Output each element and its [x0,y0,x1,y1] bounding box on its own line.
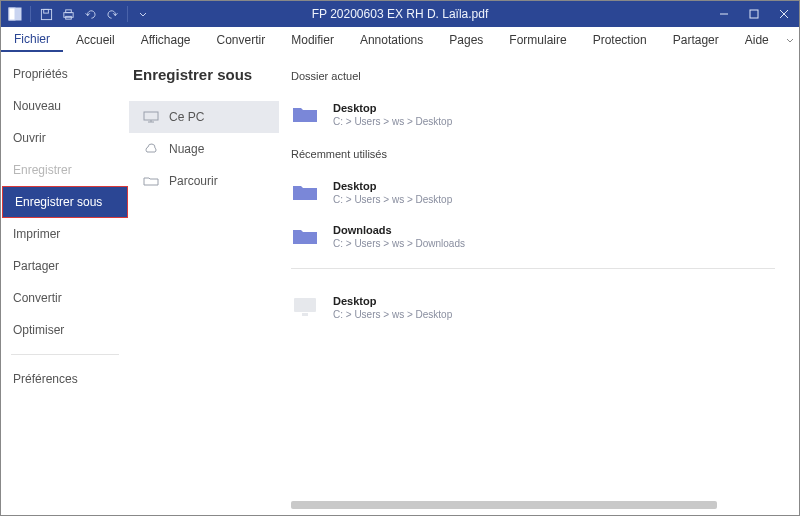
sidebar-item-proprietes[interactable]: Propriétés [1,58,129,90]
menubar: Fichier Accueil Affichage Convertir Modi… [1,27,799,52]
tab-label: Fichier [14,32,50,46]
folder-recent-desktop[interactable]: Desktop C: > Users > ws > Desktop [291,170,775,214]
undo-icon[interactable] [80,4,100,24]
sidebar-item-preferences[interactable]: Préférences [1,363,129,395]
svg-rect-14 [294,298,316,312]
qat-separator [30,6,31,22]
sidebar-item-label: Nouveau [13,99,61,113]
recent-folders-label: Récemment utilisés [291,148,775,160]
folder-other-desktop[interactable]: Desktop C: > Users > ws > Desktop [291,285,775,329]
tab-accueil[interactable]: Accueil [63,27,128,52]
folder-path: C: > Users > ws > Desktop [333,194,452,205]
monitor-icon [143,111,159,123]
folder-recent-downloads[interactable]: Downloads C: > Users > ws > Downloads [291,214,775,258]
tab-label: Protection [593,33,647,47]
qat-separator [127,6,128,22]
tab-annotations[interactable]: Annotations [347,27,436,52]
close-button[interactable] [769,1,799,27]
folder-name: Desktop [333,180,452,192]
folder-current-desktop[interactable]: Desktop C: > Users > ws > Desktop [291,92,775,136]
tab-label: Pages [449,33,483,47]
folder-text: Desktop C: > Users > ws > Desktop [333,295,452,320]
tab-aide[interactable]: Aide [732,27,782,52]
location-parcourir[interactable]: Parcourir [129,165,279,197]
folder-icon [291,225,319,247]
folder-outline-icon [143,175,159,187]
svg-rect-11 [144,112,158,120]
main-area: Propriétés Nouveau Ouvrir Enregistrer En… [1,52,799,515]
tab-modifier[interactable]: Modifier [278,27,347,52]
sidebar-item-label: Préférences [13,372,78,386]
tab-formulaire[interactable]: Formulaire [496,27,579,52]
print-icon[interactable] [58,4,78,24]
tab-partager[interactable]: Partager [660,27,732,52]
svg-rect-5 [65,9,71,12]
folder-icon [291,103,319,125]
folder-text: Downloads C: > Users > ws > Downloads [333,224,465,249]
folder-icon [291,181,319,203]
svg-rect-3 [43,9,48,13]
tab-label: Accueil [76,33,115,47]
folder-path: C: > Users > ws > Downloads [333,238,465,249]
tab-fichier[interactable]: Fichier [1,27,63,52]
tab-label: Convertir [217,33,266,47]
tab-affichage[interactable]: Affichage [128,27,204,52]
redo-icon[interactable] [102,4,122,24]
folder-path: C: > Users > ws > Desktop [333,116,452,127]
tab-label: Partager [673,33,719,47]
titlebar: FP 20200603 EX RH D. Laïla.pdf [1,1,799,27]
ribbon-collapse-icon[interactable] [782,34,799,46]
tab-label: Affichage [141,33,191,47]
cloud-icon [143,143,159,155]
sidebar-item-nouveau[interactable]: Nouveau [1,90,129,122]
sidebar-divider [11,354,119,355]
sidebar-item-enregistrer-sous[interactable]: Enregistrer sous [2,186,128,218]
location-label: Nuage [169,142,204,156]
sidebar-item-label: Enregistrer sous [15,195,102,209]
sidebar-item-label: Imprimer [13,227,60,241]
divider [291,268,775,269]
folder-text: Desktop C: > Users > ws > Desktop [333,102,452,127]
sidebar-item-label: Convertir [13,291,62,305]
window-controls [709,1,799,27]
folders-column: Dossier actuel Desktop C: > Users > ws >… [279,52,799,515]
folder-name: Desktop [333,295,452,307]
save-icon[interactable] [36,4,56,24]
scrollbar-thumb[interactable] [291,501,717,509]
sidebar-item-label: Ouvrir [13,131,46,145]
tab-pages[interactable]: Pages [436,27,496,52]
location-label: Ce PC [169,110,204,124]
sidebar-item-convertir[interactable]: Convertir [1,282,129,314]
tab-convertir[interactable]: Convertir [204,27,279,52]
sidebar-item-partager[interactable]: Partager [1,250,129,282]
folder-name: Desktop [333,102,452,114]
sidebar-item-label: Propriétés [13,67,68,81]
file-menu-sidebar: Propriétés Nouveau Ouvrir Enregistrer En… [1,52,129,515]
sidebar-item-optimiser[interactable]: Optimiser [1,314,129,346]
svg-rect-2 [41,9,51,19]
sidebar-item-label: Optimiser [13,323,64,337]
svg-rect-8 [750,10,758,18]
tab-label: Aide [745,33,769,47]
app-logo-icon [5,4,25,24]
monitor-grey-icon [291,296,319,318]
qat-dropdown-icon[interactable] [133,4,153,24]
location-ce-pc[interactable]: Ce PC [129,101,279,133]
quick-access-toolbar [1,4,153,24]
location-label: Parcourir [169,174,218,188]
location-nuage[interactable]: Nuage [129,133,279,165]
tab-protection[interactable]: Protection [580,27,660,52]
tab-label: Annotations [360,33,423,47]
folder-path: C: > Users > ws > Desktop [333,309,452,320]
maximize-button[interactable] [739,1,769,27]
sidebar-item-label: Partager [13,259,59,273]
svg-rect-15 [302,313,308,316]
sidebar-item-ouvrir[interactable]: Ouvrir [1,122,129,154]
svg-rect-1 [9,8,15,20]
current-folder-label: Dossier actuel [291,70,775,82]
sidebar-item-imprimer[interactable]: Imprimer [1,218,129,250]
minimize-button[interactable] [709,1,739,27]
sidebar-item-label: Enregistrer [13,163,72,177]
page-heading: Enregistrer sous [129,66,279,83]
horizontal-scrollbar[interactable] [291,501,775,509]
